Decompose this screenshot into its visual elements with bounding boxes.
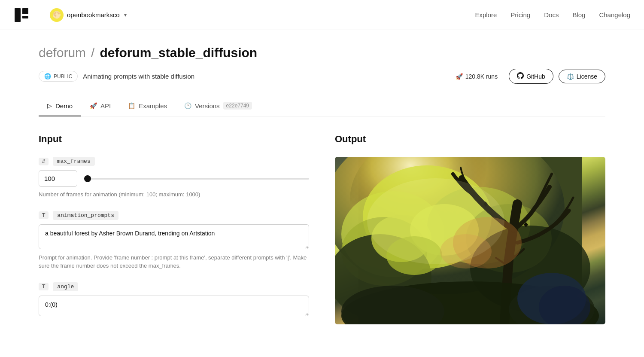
field-angle-label: T angle: [39, 282, 309, 291]
license-button[interactable]: ⚖️ License: [559, 70, 605, 83]
tab-api-label: API: [100, 102, 111, 110]
rocket-icon: 🚀: [456, 73, 463, 80]
animation-prompts-input[interactable]: a beautiful forest by Asher Brown Durand…: [39, 224, 309, 249]
meta-row: 🌐 PUBLIC Animating prompts with stable d…: [39, 69, 605, 84]
logo-area: [14, 7, 36, 23]
nav-explore[interactable]: Explore: [475, 11, 497, 18]
animation-prompts-name: animation_prompts: [53, 211, 118, 220]
avatar: 🌕: [50, 8, 64, 22]
page-title: deforum / deforum_stable_diffusion: [39, 46, 605, 60]
header-nav: Explore Pricing Docs Blog Changelog: [475, 11, 631, 18]
replicate-logo-icon: [14, 7, 29, 23]
max-frames-slider-container: [84, 178, 309, 180]
max-frames-slider[interactable]: [84, 178, 309, 180]
content-grid: Input # max_frames Number of frames for …: [39, 134, 605, 330]
nav-pricing[interactable]: Pricing: [510, 11, 530, 18]
api-icon: 🚀: [90, 102, 97, 109]
github-button[interactable]: GitHub: [509, 69, 553, 84]
angle-name: angle: [53, 282, 78, 291]
tab-demo[interactable]: ▷ Demo: [39, 96, 81, 116]
tab-demo-label: Demo: [55, 102, 73, 110]
tab-versions-label: Versions: [195, 102, 220, 110]
nav-changelog[interactable]: Changelog: [599, 11, 630, 18]
chevron-down-icon: ▾: [124, 12, 127, 18]
svg-rect-0: [15, 8, 21, 22]
tab-api[interactable]: 🚀 API: [81, 96, 119, 116]
repo-namespace: deforum: [39, 46, 86, 60]
visibility-label: PUBLIC: [54, 73, 72, 79]
angle-type-badge: T: [39, 283, 49, 290]
field-max-frames-label: # max_frames: [39, 157, 309, 166]
max-frames-name: max_frames: [53, 157, 95, 166]
max-frames-type-badge: #: [39, 158, 49, 165]
angle-input[interactable]: 0:(0): [39, 296, 309, 316]
svg-rect-2: [22, 16, 28, 18]
version-hash: e22e7749: [223, 102, 252, 110]
output-title: Output: [335, 134, 605, 145]
field-max-frames: # max_frames Number of frames for animat…: [39, 157, 309, 199]
input-column: Input # max_frames Number of frames for …: [39, 134, 309, 330]
main-content: deforum / deforum_stable_diffusion 🌐 PUB…: [21, 30, 623, 330]
nav-docs[interactable]: Docs: [544, 11, 559, 18]
tabs: ▷ Demo 🚀 API 📋 Examples 🕐 Versions e22e7…: [39, 96, 605, 116]
field-animation-prompts: T animation_prompts a beautiful forest b…: [39, 211, 309, 270]
field-angle: T angle 0:(0): [39, 282, 309, 318]
field-animation-prompts-label: T animation_prompts: [39, 211, 309, 220]
user-badge[interactable]: 🌕 openbookmarksco ▾: [50, 8, 127, 22]
play-icon: ▷: [47, 102, 52, 109]
output-image-svg: [335, 157, 605, 324]
input-title: Input: [39, 134, 309, 145]
max-frames-input-row: [39, 170, 309, 187]
svg-point-25: [367, 178, 504, 264]
license-label: License: [577, 73, 597, 80]
license-icon: ⚖️: [567, 73, 574, 80]
output-column: Output: [335, 134, 605, 330]
github-label: GitHub: [526, 73, 545, 80]
animation-prompts-description: Prompt for animation. Provide 'frame num…: [39, 253, 309, 270]
header: 🌕 openbookmarksco ▾ Explore Pricing Docs…: [0, 0, 644, 30]
nav-blog[interactable]: Blog: [572, 11, 585, 18]
slash-separator: /: [91, 46, 94, 60]
repo-description: Animating prompts with stable diffusion: [83, 73, 194, 80]
username: openbookmarksco: [67, 11, 120, 18]
tab-examples[interactable]: 📋 Examples: [119, 96, 176, 116]
max-frames-description: Number of frames for animation (minimum:…: [39, 190, 309, 199]
repo-name: deforum_stable_diffusion: [100, 46, 257, 60]
runs-label: 120.8K runs: [465, 73, 498, 80]
visibility-badge: 🌐 PUBLIC: [39, 71, 78, 82]
tab-versions[interactable]: 🕐 Versions e22e7749: [176, 96, 261, 116]
meta-right: 🚀 120.8K runs GitHub ⚖️ License: [450, 69, 605, 84]
examples-icon: 📋: [128, 102, 135, 109]
svg-rect-1: [22, 8, 28, 14]
output-image: [335, 157, 605, 324]
animation-prompts-type-badge: T: [39, 211, 49, 219]
max-frames-input[interactable]: [39, 170, 77, 187]
github-icon: [517, 72, 524, 80]
tab-examples-label: Examples: [139, 102, 167, 110]
globe-icon: 🌐: [44, 73, 51, 79]
runs-count: 🚀 120.8K runs: [450, 70, 504, 82]
meta-left: 🌐 PUBLIC Animating prompts with stable d…: [39, 71, 194, 82]
versions-icon: 🕐: [184, 102, 191, 109]
